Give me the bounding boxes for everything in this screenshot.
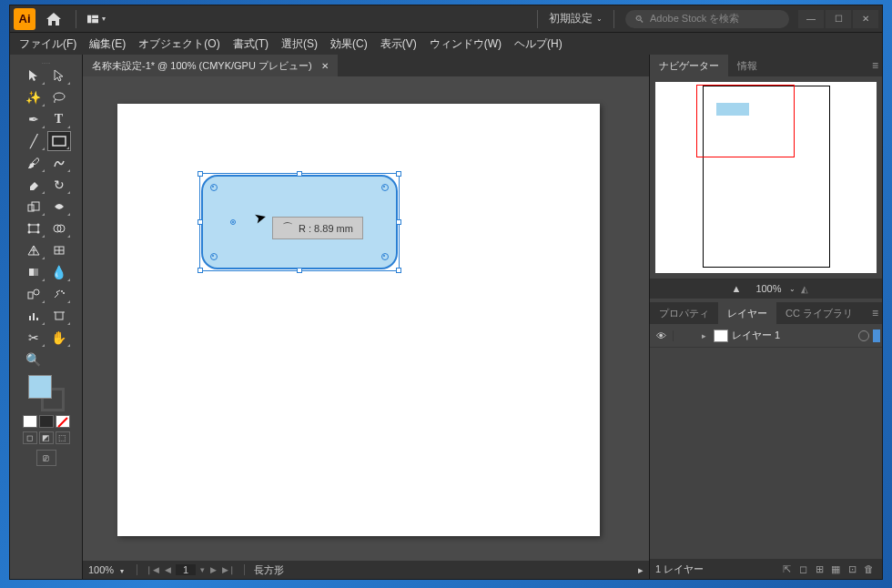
navigator-viewbox[interactable] xyxy=(696,85,795,157)
column-graph-tool[interactable] xyxy=(22,306,46,326)
type-tool[interactable]: T xyxy=(47,109,71,129)
menu-view[interactable]: 表示(V) xyxy=(380,36,417,52)
corner-widget-icon[interactable] xyxy=(210,253,218,260)
menu-object[interactable]: オブジェクト(O) xyxy=(138,36,219,52)
eraser-tool[interactable] xyxy=(22,175,46,195)
menu-window[interactable]: ウィンドウ(W) xyxy=(430,36,502,52)
selection-handle[interactable] xyxy=(198,268,203,273)
tab-layers[interactable]: レイヤー xyxy=(718,302,776,324)
gradient-tool[interactable] xyxy=(22,262,46,282)
paintbrush-tool[interactable]: 🖌 xyxy=(22,153,46,173)
width-tool[interactable] xyxy=(47,197,71,217)
layout-button[interactable]: ▾ xyxy=(87,13,106,25)
last-button[interactable]: ▶❘ xyxy=(219,565,238,574)
artboard-tool[interactable] xyxy=(47,306,71,326)
status-caret[interactable]: ▸ xyxy=(633,564,649,576)
page-input[interactable]: 1 xyxy=(176,564,196,575)
close-button[interactable]: ✕ xyxy=(853,10,878,28)
new-layer-button[interactable]: ⊡ xyxy=(844,563,860,575)
corner-widget-icon[interactable] xyxy=(381,253,389,260)
search-input[interactable]: 🔍︎ Adobe Stock を検索 xyxy=(625,10,789,28)
shape-builder-tool[interactable] xyxy=(47,218,71,238)
menu-help[interactable]: ヘルプ(H) xyxy=(514,36,563,52)
new-layer-icon[interactable]: ▦ xyxy=(827,563,844,575)
panel-menu-icon[interactable]: ≡ xyxy=(872,59,878,72)
menu-select[interactable]: 選択(S) xyxy=(281,36,318,52)
direct-selection-tool[interactable] xyxy=(47,66,71,86)
magic-wand-tool[interactable]: ✨ xyxy=(22,87,46,107)
tab-navigator[interactable]: ナビゲーター xyxy=(650,55,728,76)
make-clipping-mask-icon[interactable]: ◻ xyxy=(795,563,811,575)
zoom-slider-icon[interactable]: ◭ xyxy=(801,284,808,294)
status-zoom[interactable]: 100% ▾ xyxy=(83,564,137,575)
maximize-button[interactable]: ☐ xyxy=(826,10,851,28)
pen-tool[interactable]: ✒ xyxy=(22,109,46,129)
selection-tool[interactable] xyxy=(22,66,46,86)
locate-object-icon[interactable]: ⇱ xyxy=(778,563,795,575)
draw-behind[interactable]: ◩ xyxy=(39,431,54,444)
svg-rect-1 xyxy=(92,15,98,17)
line-tool[interactable]: ╱ xyxy=(22,131,46,151)
free-transform-tool[interactable] xyxy=(22,218,46,238)
blend-tool[interactable] xyxy=(22,284,46,304)
menu-effect[interactable]: 効果(C) xyxy=(330,36,368,52)
tab-info[interactable]: 情報 xyxy=(728,55,766,76)
corner-widget-icon[interactable] xyxy=(381,184,389,191)
canvas[interactable]: ➤ ⌒ R : 8.89 mm xyxy=(83,76,649,561)
menu-format[interactable]: 書式(T) xyxy=(233,36,269,52)
fill-swatch[interactable] xyxy=(28,375,52,399)
eyedropper-tool[interactable]: 💧 xyxy=(47,262,71,282)
navigator-zoom[interactable]: 100% xyxy=(748,283,788,294)
draw-normal[interactable]: ◻ xyxy=(23,431,37,444)
workspace-dropdown[interactable]: 初期設定 ⌄ xyxy=(542,9,610,28)
lasso-tool[interactable] xyxy=(47,87,71,107)
corner-widget-icon[interactable] xyxy=(210,184,218,191)
tab-properties[interactable]: プロパティ xyxy=(650,302,718,324)
close-icon[interactable]: ✕ xyxy=(321,61,329,71)
zoom-out-icon[interactable]: ▲ xyxy=(724,283,748,294)
symbol-sprayer-tool[interactable] xyxy=(47,284,71,304)
panel-menu-icon[interactable]: ≡ xyxy=(872,307,878,319)
menu-file[interactable]: ファイル(F) xyxy=(19,36,76,52)
delete-icon[interactable]: 🗑 xyxy=(860,563,877,575)
navigator-view[interactable] xyxy=(655,82,877,273)
minimize-button[interactable]: — xyxy=(798,10,824,28)
expand-icon[interactable]: ▸ xyxy=(697,331,710,340)
layer-name[interactable]: レイヤー 1 xyxy=(732,329,858,342)
layer-row[interactable]: 👁 ▸ レイヤー 1 xyxy=(650,324,882,348)
next-button[interactable]: ▶ xyxy=(208,565,219,574)
rectangle-tool[interactable] xyxy=(47,131,71,151)
selection-handle[interactable] xyxy=(396,268,401,273)
nav-caret[interactable]: ▾ xyxy=(198,565,208,574)
perspective-grid-tool[interactable] xyxy=(22,240,46,260)
fill-stroke-swatch[interactable] xyxy=(28,375,65,411)
first-button[interactable]: ❘◀ xyxy=(143,565,162,574)
mesh-tool[interactable] xyxy=(47,240,71,260)
visibility-icon[interactable]: 👁 xyxy=(650,330,674,341)
chevron-down-icon[interactable]: ⌄ xyxy=(789,285,796,293)
gradient-mode[interactable] xyxy=(39,415,54,428)
selection-handle[interactable] xyxy=(396,171,401,177)
rounded-rectangle-shape[interactable]: ➤ ⌒ R : 8.89 mm xyxy=(201,175,398,269)
tab-cc-libraries[interactable]: CC ライブラリ xyxy=(776,302,862,324)
new-sublayer-icon[interactable]: ⊞ xyxy=(811,563,827,575)
zoom-tool[interactable]: 🔍 xyxy=(22,350,46,370)
target-icon[interactable] xyxy=(858,330,869,341)
color-mode[interactable] xyxy=(23,415,37,428)
document-tab[interactable]: 名称未設定-1* @ 100% (CMYK/GPU プレビュー) ✕ xyxy=(83,55,338,76)
screen-mode-button[interactable]: ⎚ xyxy=(36,450,56,466)
grip-icon[interactable]: ∙∙∙∙∙∙ xyxy=(33,60,60,64)
workspace-label: 初期設定 xyxy=(549,11,593,26)
draw-inside[interactable]: ⬚ xyxy=(56,431,70,444)
prev-button[interactable]: ◀ xyxy=(162,565,174,574)
home-icon[interactable] xyxy=(43,8,65,30)
rotate-tool[interactable]: ↻ xyxy=(47,175,71,195)
none-mode[interactable] xyxy=(56,415,70,428)
slice-tool[interactable]: ✂ xyxy=(22,328,46,348)
shaper-tool[interactable] xyxy=(47,153,71,173)
layer-color-icon[interactable] xyxy=(873,329,880,342)
menu-edit[interactable]: 編集(E) xyxy=(89,36,126,52)
hand-tool[interactable]: ✋ xyxy=(47,328,71,348)
scale-tool[interactable] xyxy=(22,197,46,217)
selection-handle[interactable] xyxy=(198,171,203,177)
